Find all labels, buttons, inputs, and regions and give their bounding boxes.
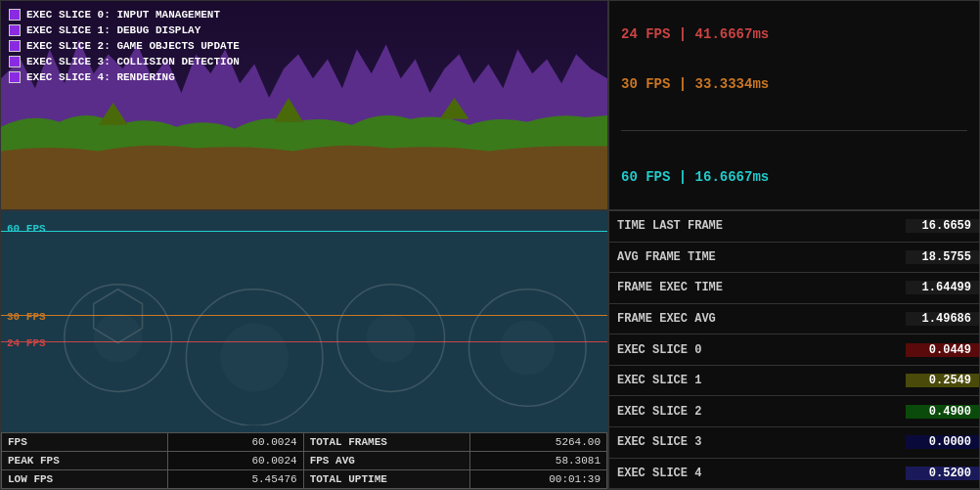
stat-label: LOW FPS [2,470,168,489]
exec-row-1: AVG FRAME TIME 18.5755 [609,243,979,274]
legend-label-2: EXEC SLICE 2: GAME OBJECTS UPDATE [26,40,240,52]
legend-item-3: EXEC SLICE 3: COLLISION DETECTION [9,56,240,67]
stat-label2: TOTAL FRAMES [303,433,469,452]
exec-name-4: EXEC SLICE 0 [609,343,906,357]
stats-row: FPS 60.0024 TOTAL FRAMES 5264.00 [2,433,607,452]
exec-name-7: EXEC SLICE 3 [609,435,906,449]
legend-label-1: EXEC SLICE 1: DEBUG DISPLAY [26,24,200,36]
stat-label: PEAK FPS [2,452,168,470]
legend-label-0: EXEC SLICE 0: INPUT MANAGEMENT [26,9,220,21]
exec-value-2: 1.64499 [906,281,979,294]
exec-name-8: EXEC SLICE 4 [609,467,906,480]
fps-graph-canvas: 60 FPS 30 FPS 24 FPS [1,211,607,432]
exec-value-1: 18.5755 [906,250,979,264]
exec-name-1: AVG FRAME TIME [609,250,906,264]
legend-color-0 [9,9,21,21]
legend-color-1 [9,24,21,36]
stat-value: 60.0024 [168,452,303,470]
exec-panel: TIME LAST FRAME 16.6659 AVG FRAME TIME 1… [608,210,980,490]
stat-label2: TOTAL UPTIME [303,470,469,489]
legend: EXEC SLICE 0: INPUT MANAGEMENT EXEC SLIC… [9,9,240,87]
exec-value-0: 16.6659 [906,219,979,233]
game-view: EXEC SLICE 0: INPUT MANAGEMENT EXEC SLIC… [0,0,608,210]
exec-row-3: FRAME EXEC AVG 1.49686 [609,304,979,335]
exec-value-5: 0.2549 [906,374,979,387]
exec-value-3: 1.49686 [906,312,979,326]
exec-value-7: 0.0000 [906,435,979,449]
svg-point-9 [500,321,555,376]
stat-value: 60.0024 [168,433,303,452]
exec-row-6: EXEC SLICE 2 0.4900 [609,396,979,427]
legend-color-3 [9,56,21,67]
exec-row-4: EXEC SLICE 0 0.0449 [609,334,979,366]
svg-point-6 [94,314,143,363]
fps-60-line: 60 FPS | 16.6667ms [621,169,967,185]
exec-name-0: TIME LAST FRAME [609,219,906,233]
stat-label: FPS [2,433,168,452]
stats-row: LOW FPS 5.45476 TOTAL UPTIME 00:01:39 [2,470,607,489]
exec-row-7: EXEC SLICE 3 0.0000 [609,427,979,459]
stats-table: FPS 60.0024 TOTAL FRAMES 5264.00 PEAK FP… [1,432,607,489]
stat-label2: FPS AVG [303,452,469,470]
legend-item-2: EXEC SLICE 2: GAME OBJECTS UPDATE [9,40,240,52]
fps-graph-area: 60 FPS 30 FPS 24 FPS FPS [0,210,608,490]
fps-info-panel: 24 FPS | 41.6667ms 30 FPS | 33.3334ms 60… [608,0,980,210]
exec-value-8: 0.5200 [906,467,979,480]
stat-value: 5.45476 [168,470,303,489]
graph-svg [1,211,607,425]
exec-name-5: EXEC SLICE 1 [609,374,906,387]
exec-value-4: 0.0449 [906,343,979,357]
stat-value2: 00:01:39 [469,470,606,489]
exec-row-8: EXEC SLICE 4 0.5200 [609,459,979,490]
legend-item-0: EXEC SLICE 0: INPUT MANAGEMENT [9,9,240,21]
stat-value2: 58.3081 [469,452,606,470]
legend-color-2 [9,40,21,52]
svg-point-8 [367,314,416,363]
exec-name-3: FRAME EXEC AVG [609,312,906,326]
fps-30-line: 30 FPS | 33.3334ms [621,76,967,92]
fps-24-line: 24 FPS | 41.6667ms [621,26,967,42]
exec-name-6: EXEC SLICE 2 [609,405,906,419]
stat-value2: 5264.00 [469,433,606,452]
exec-row-5: EXEC SLICE 1 0.2549 [609,366,979,397]
legend-color-4 [9,71,21,83]
exec-name-2: FRAME EXEC TIME [609,281,906,294]
exec-row-2: FRAME EXEC TIME 1.64499 [609,273,979,304]
legend-item-4: EXEC SLICE 4: RENDERING [9,71,240,83]
svg-point-7 [220,324,289,392]
exec-value-6: 0.4900 [906,405,979,419]
legend-label-3: EXEC SLICE 3: COLLISION DETECTION [26,56,240,67]
stats-row: PEAK FPS 60.0024 FPS AVG 58.3081 [2,452,607,470]
legend-item-1: EXEC SLICE 1: DEBUG DISPLAY [9,24,240,36]
exec-row-0: TIME LAST FRAME 16.6659 [609,211,979,243]
legend-label-4: EXEC SLICE 4: RENDERING [26,71,175,83]
